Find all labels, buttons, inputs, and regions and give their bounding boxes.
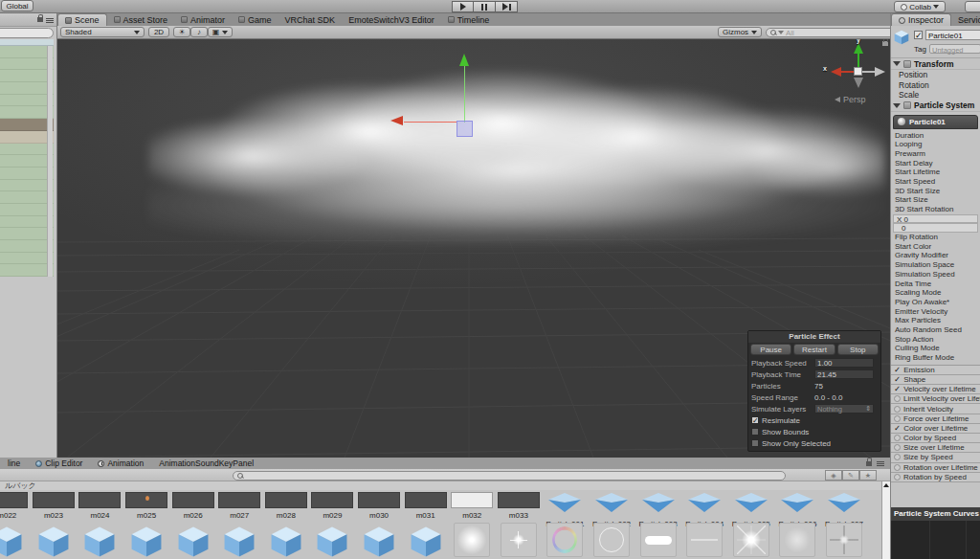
hierarchy-row[interactable]: › <box>0 168 54 180</box>
tab-timeline[interactable]: Timeline <box>441 13 497 26</box>
project-search-input[interactable] <box>233 471 786 481</box>
scene-audio-button[interactable]: ♪ <box>190 27 208 37</box>
ps-prop-prewarm[interactable]: Prewarm <box>891 149 980 159</box>
tab-animationsoundkeypanel[interactable]: AnimationSoundKeyPanel <box>151 458 261 469</box>
ps-prop-duration[interactable]: Duration <box>891 131 980 141</box>
pe-check-show-bounds[interactable]: Show Bounds <box>748 426 880 437</box>
module-force-over-lifetime[interactable]: Force over Lifetime <box>891 414 980 424</box>
toggle-2d-button[interactable]: 2D <box>148 27 169 37</box>
ps-prop-emitter-velocity[interactable]: Emitter Velocity <box>891 307 980 317</box>
asset-cube[interactable] <box>123 522 170 559</box>
gizmos-dropdown[interactable]: Gizmos <box>718 27 762 37</box>
hierarchy-row[interactable]: › <box>0 264 54 277</box>
tab-animator[interactable]: Animator <box>174 13 232 26</box>
ps-prop-flip-rotation[interactable]: Flip Rotation <box>891 233 980 242</box>
viewport-lock-icon[interactable] <box>882 41 888 46</box>
checkbox-icon[interactable]: ✓ <box>751 416 759 424</box>
restart-button[interactable]: Restart <box>793 344 835 355</box>
down-axis-handle[interactable] <box>854 78 863 88</box>
hierarchy-row[interactable]: › <box>0 95 54 107</box>
pause-button[interactable] <box>474 1 496 12</box>
account-button[interactable] <box>965 1 980 12</box>
ps-prop-delta-time[interactable]: Delta Time <box>891 280 980 289</box>
ps-prop-simulation-speed[interactable]: Simulation Speed <box>891 270 980 280</box>
asset-cube[interactable] <box>263 522 310 559</box>
selection-bounds[interactable] <box>457 121 473 137</box>
asset-circle[interactable] <box>589 522 635 559</box>
module-inherit-velocity[interactable]: Inherit Velocity <box>891 404 980 414</box>
module-rotation-over-lifetime[interactable]: Rotation over Lifetime <box>891 463 980 473</box>
pe-value-field[interactable]: 1.00 <box>814 358 874 368</box>
asset-cube[interactable] <box>0 522 31 559</box>
ps-prop-ring-buffer-mode[interactable]: Ring Buffer Mode <box>891 353 980 363</box>
global-pivot-button[interactable]: Global <box>1 0 33 11</box>
asset-capsule[interactable] <box>635 522 681 559</box>
pe-check-show-only-selected[interactable]: Show Only Selected <box>748 437 880 449</box>
module-toggle-icon[interactable] <box>894 464 901 471</box>
module-shape[interactable]: ✓Shape <box>891 375 980 385</box>
module-toggle-icon[interactable] <box>894 454 901 460</box>
ps-prop-max-particles[interactable]: Max Particles <box>891 316 980 325</box>
tab-inspector[interactable]: Inspector <box>891 13 951 26</box>
tab-scene[interactable]: Scene <box>57 13 107 26</box>
collab-button[interactable]: Collab <box>894 1 946 12</box>
scene-viewport[interactable]: y x Persp Particle Effect PauseRestartSt… <box>57 39 890 458</box>
module-color-over-lifetime[interactable]: ✓Color over Lifetime <box>891 424 980 434</box>
play-button[interactable] <box>452 1 474 12</box>
hierarchy-row[interactable]: › <box>0 253 54 265</box>
asset-line[interactable] <box>681 522 728 559</box>
pe-check-resimulate[interactable]: ✓Resimulate <box>748 414 880 426</box>
tab-emoteswitchv3-editor[interactable]: EmoteSwitchV3 Editor <box>342 13 441 26</box>
scene-fx-button[interactable]: ▣ <box>208 27 233 37</box>
tab-game[interactable]: Game <box>232 13 278 26</box>
checkbox-icon[interactable] <box>751 428 759 436</box>
asset-cube[interactable] <box>402 522 449 559</box>
z-axis-handle[interactable] <box>875 67 885 77</box>
ps-rotation-field[interactable]: X 0 <box>893 214 978 224</box>
particle-module-header[interactable]: Particle01 <box>893 115 978 129</box>
module-toggle-icon[interactable] <box>894 395 901 402</box>
object-name-field[interactable]: Particle01 <box>925 30 980 40</box>
asset-sparkle4[interactable] <box>821 522 868 559</box>
hierarchy-row[interactable]: › <box>0 240 54 253</box>
ps-prop-scaling-mode[interactable]: Scaling Mode <box>891 288 980 298</box>
ps-prop-gravity-modifier[interactable]: Gravity Modifier <box>891 251 980 260</box>
tab-clip-editor[interactable]: Clip Editor <box>28 458 90 469</box>
search-by-type-button[interactable]: ◈ <box>825 470 842 481</box>
hierarchy-row[interactable]: › <box>0 70 54 82</box>
asset-cube[interactable] <box>309 522 356 559</box>
move-gizmo[interactable] <box>383 54 536 178</box>
hierarchy-row[interactable]: › <box>0 144 54 156</box>
ps-prop-start-lifetime[interactable]: Start Lifetime <box>891 168 980 177</box>
asset-cube[interactable] <box>31 522 78 559</box>
tab-line[interactable]: line <box>0 458 28 469</box>
checkbox-icon[interactable] <box>751 439 759 447</box>
module-toggle-icon[interactable] <box>894 435 901 441</box>
ps-prop-play-on-awake[interactable]: Play On Awake* <box>891 298 980 307</box>
ps-prop-culling-mode[interactable]: Culling Mode <box>891 344 980 353</box>
pe-layers-dropdown[interactable]: Nothing⇕ <box>814 404 874 414</box>
ps-prop-3d-start-size[interactable]: 3D Start Size <box>891 187 980 196</box>
ps-prop-start-color[interactable]: Start Color <box>891 242 980 252</box>
module-toggle-icon[interactable] <box>894 406 901 413</box>
hierarchy-row[interactable] <box>0 58 54 71</box>
draw-mode-dropdown[interactable]: Shaded <box>60 27 145 37</box>
asset-fuzz[interactable] <box>774 522 821 559</box>
stop-button[interactable]: Stop <box>837 344 879 355</box>
lock-icon[interactable] <box>866 461 872 466</box>
ps-rotation-field[interactable]: 0 <box>893 223 978 233</box>
lock-icon[interactable] <box>37 17 43 22</box>
ps-prop-3d-start-rotation[interactable]: 3D Start Rotation <box>891 205 980 214</box>
asset-cube[interactable] <box>169 522 216 559</box>
scene-lighting-button[interactable]: ☀ <box>173 27 190 37</box>
y-axis-handle[interactable] <box>854 43 863 54</box>
hierarchy-row[interactable]: › <box>0 216 54 229</box>
hierarchy-row[interactable]: › <box>0 228 54 240</box>
hierarchy-row[interactable]: › <box>0 204 54 216</box>
transform-fold[interactable]: Transform <box>891 58 980 70</box>
tab-animation[interactable]: Animation <box>90 458 151 469</box>
particle-system-fold[interactable]: Particle System <box>891 101 980 112</box>
ps-prop-start-speed[interactable]: Start Speed <box>891 177 980 187</box>
asset-cube[interactable] <box>216 522 263 559</box>
project-scrollbar[interactable] <box>881 481 890 559</box>
